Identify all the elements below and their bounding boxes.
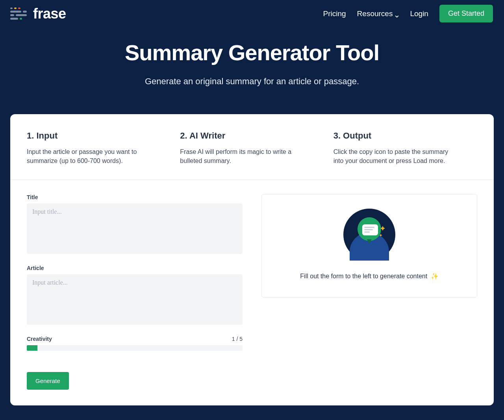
article-input[interactable] <box>27 274 243 325</box>
step-output: 3. Output Click the copy icon to paste t… <box>334 131 477 165</box>
input-form: Title Article Creativity 1 / 5 Generate <box>27 194 243 390</box>
top-nav: Pricing Resources Login Get Started <box>323 5 493 22</box>
step-desc: Click the copy icon to paste the summary… <box>334 147 460 165</box>
svg-rect-4 <box>23 11 27 13</box>
nav-pricing[interactable]: Pricing <box>323 9 346 18</box>
output-panel: Fill out the form to the left to generat… <box>261 194 477 390</box>
creativity-slider[interactable] <box>27 345 243 351</box>
svg-rect-12 <box>364 227 374 228</box>
article-label: Article <box>27 265 243 271</box>
hero: Summary Generator Tool Generate an origi… <box>0 27 504 114</box>
step-desc: Input the article or passage you want to… <box>27 147 153 165</box>
bot-icon <box>343 209 395 261</box>
svg-rect-6 <box>16 14 27 16</box>
creativity-slider-fill <box>27 345 37 351</box>
nav-login[interactable]: Login <box>410 9 428 18</box>
svg-rect-0 <box>10 7 13 9</box>
step-input: 1. Input Input the article or passage yo… <box>27 131 170 165</box>
output-box: Fill out the form to the left to generat… <box>261 194 477 298</box>
svg-rect-2 <box>18 7 20 9</box>
nav-resources[interactable]: Resources <box>357 9 399 18</box>
svg-rect-7 <box>10 18 18 20</box>
article-group: Article <box>27 265 243 326</box>
generate-button[interactable]: Generate <box>27 372 69 390</box>
nav-resources-label: Resources <box>357 9 393 18</box>
output-prompt-text: Fill out the form to the left to generat… <box>300 273 427 279</box>
svg-rect-8 <box>20 18 22 20</box>
get-started-button[interactable]: Get Started <box>439 5 493 22</box>
site-header: frase Pricing Resources Login Get Starte… <box>0 0 504 27</box>
creativity-value: 1 / 5 <box>232 336 243 342</box>
step-desc: Frase AI will perform its magic to write… <box>180 147 306 165</box>
svg-rect-13 <box>364 229 373 230</box>
logo-icon <box>9 5 28 22</box>
chevron-down-icon <box>395 12 399 16</box>
tool-panel: Title Article Creativity 1 / 5 Generate <box>10 180 494 405</box>
sparkle-icon: ✨ <box>431 273 439 279</box>
brand-name: frase <box>33 6 66 22</box>
step-title: 2. AI Writer <box>180 131 324 141</box>
page-title: Summary Generator Tool <box>8 40 496 65</box>
svg-rect-3 <box>10 11 21 13</box>
svg-rect-5 <box>10 14 14 16</box>
tool-card: 1. Input Input the article or passage yo… <box>10 114 494 405</box>
output-prompt: Fill out the form to the left to generat… <box>270 272 469 280</box>
title-group: Title <box>27 194 243 255</box>
steps-row: 1. Input Input the article or passage yo… <box>10 114 494 180</box>
title-input[interactable] <box>27 204 243 254</box>
step-ai-writer: 2. AI Writer Frase AI will perform its m… <box>180 131 324 165</box>
svg-rect-1 <box>14 7 17 9</box>
step-title: 1. Input <box>27 131 170 141</box>
creativity-group: Creativity 1 / 5 <box>27 336 243 351</box>
step-title: 3. Output <box>334 131 477 141</box>
logo[interactable]: frase <box>9 5 66 22</box>
title-label: Title <box>27 194 243 200</box>
creativity-label: Creativity <box>27 336 52 342</box>
page-subtitle: Generate an original summary for an arti… <box>8 76 496 87</box>
svg-rect-14 <box>364 231 370 233</box>
